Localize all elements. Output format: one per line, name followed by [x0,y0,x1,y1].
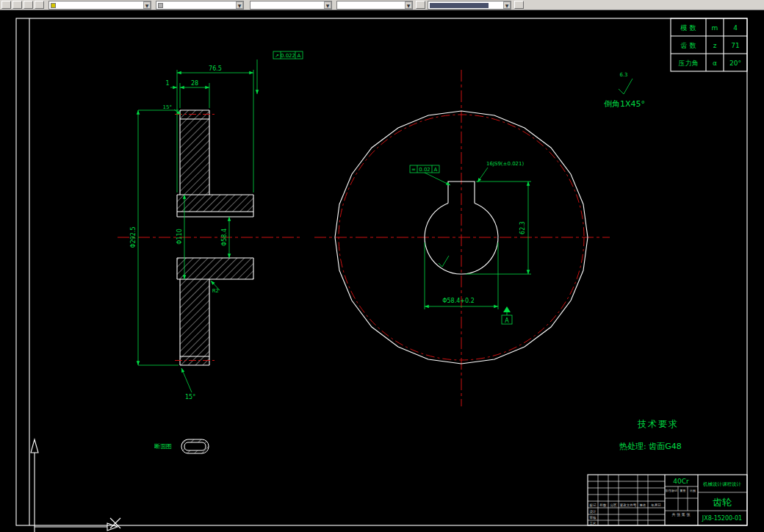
fcf-value: 0.02 [419,167,430,173]
param-label: 模 数 [680,24,696,32]
roughness-value: 6.3 [619,72,627,78]
param-label: 压力角 [679,60,699,67]
toolbar-button-1[interactable] [1,1,11,9]
fcf-symbol: = [411,167,416,173]
revision-label: 处数 [600,503,608,507]
layers-dialog-button[interactable] [35,1,44,9]
dim-keyway-depth: 62.3 [519,221,526,234]
ucs-y-arrow-icon [31,439,38,453]
cad-canvas[interactable]: 模 数 m 4 齿 数 z 71 压力角 α 20° 6.3 倒角1X45° 技… [0,10,764,532]
tech-requirements-title: 技术要求 [637,419,679,429]
toolbar-button-5[interactable] [514,1,524,9]
dim-hub-diameter: Φ110 [176,229,183,245]
revision-label: 分区 [610,503,618,507]
toolbar-button-3[interactable] [24,1,33,9]
part-name: 齿轮 [713,497,732,508]
roughness-icon [439,256,449,267]
dim-fillet: R2 [212,288,219,294]
param-value: 20° [729,60,741,67]
dim-total-width: 76.5 [209,65,222,72]
param-symbol: z [713,42,717,49]
dim-keyway-width: 16JS9(±0.021) [486,161,525,167]
dim-chamfer-bottom: 15° [185,394,195,400]
datum-flag: A [502,306,512,324]
dim-bore-diameter: Φ58.4+0.2 [442,298,475,304]
param-symbol: m [712,24,718,32]
layer-color-icon [51,3,56,8]
front-dimension-lines [425,168,531,309]
dim-bore-diameter-side: Φ58.4 [221,229,228,246]
color-combo[interactable]: ▼ [156,1,244,10]
material: 40Cr [673,478,689,485]
revision-label: 签名 [640,503,646,507]
unit-name: 机械设计课程设计 [703,481,742,487]
revision-grid [588,475,665,525]
dim-tip-diameter: Φ292.5 [130,226,137,248]
toolbar-button-4[interactable] [416,1,425,9]
color-swatch-icon [158,3,163,8]
front-centerlines [314,70,610,406]
dim-rim-width: 28 [191,80,198,87]
stage-label: 重量 [680,489,686,492]
linetype-combo[interactable]: ▼ [250,1,332,10]
staff-label: 工艺 [590,521,597,525]
param-value: 71 [731,42,739,49]
keyway-section-detail: 断面图 [154,439,209,453]
fcf-face-runout: ↗ 0.022 A [273,51,303,59]
hatch-lower-rim [180,279,209,365]
fcf-datum: A [434,167,438,173]
sheet-label: 共 张 第 张 [672,512,691,517]
chamfer-note: 倒角1X45° [604,99,645,109]
revision-label: 标记 [589,503,597,508]
dim-step-width: 1 [165,80,169,87]
chevron-down-icon[interactable]: ▼ [503,1,511,9]
drawing-number: JX8-15200-01 [702,515,742,522]
roughness-icon [619,79,633,94]
layer-combo[interactable]: ▼ [48,1,151,10]
hatch-lower-hub [177,258,253,279]
revision-label: 更改文件号 [620,503,637,507]
front-view: = 0.02 A A 16JS9(±0.021) 62.3 Φ58.4+0.2 [314,70,610,406]
fcf-keyway-symmetry: = 0.02 A [410,165,439,173]
lineweight-combo[interactable]: ▼ [336,1,413,10]
general-notes: 6.3 倒角1X45° 技术要求 热处理: 齿面G48 [604,72,682,451]
fcf-symbol: ↗ [275,53,279,59]
toolbar-button-2[interactable] [12,1,22,9]
datum-letter: A [505,317,509,324]
chevron-down-icon[interactable]: ▼ [236,1,243,9]
top-toolbar: ▼ ▼ ▼ ▼ ▼ [0,0,764,10]
gear-parameter-table: 模 数 m 4 齿 数 z 71 压力角 α 20° [671,18,747,71]
stage-label: 阶段标记 [666,489,677,493]
param-value: 4 [733,24,738,32]
revision-label: 年月日 [651,503,661,507]
chevron-down-icon[interactable]: ▼ [143,1,151,9]
staff-label: 审核 [590,516,597,520]
param-label: 齿 数 [681,42,696,49]
ucs-icon [31,439,120,532]
hatch-upper-rim [180,110,209,195]
tech-requirements-body: 热处理: 齿面G48 [619,442,682,451]
plotstyle-preview-icon [430,3,489,8]
staff-label: 设计 [590,509,597,514]
chevron-down-icon[interactable]: ▼ [405,1,412,9]
hatch-upper-hub [177,195,253,212]
section-detail-label: 断面图 [154,443,172,450]
fcf-value: 0.022 [281,53,295,59]
section-view: ↗ 0.022 A 76.5 28 1 Φ292.5 Φ110 Φ58.4 R2… [118,51,303,400]
dim-chamfer-top: 15° [163,104,172,110]
param-symbol: α [713,60,717,67]
fcf-datum: A [298,53,301,59]
chevron-down-icon[interactable]: ▼ [324,1,331,9]
title-block: 标记 处数 分区 更改文件号 签名 年月日 设计 审核 工艺 40Cr 阶段标记… [588,475,747,525]
stage-label: 比例 [690,489,696,493]
plotstyle-combo[interactable]: ▼ [428,1,511,10]
